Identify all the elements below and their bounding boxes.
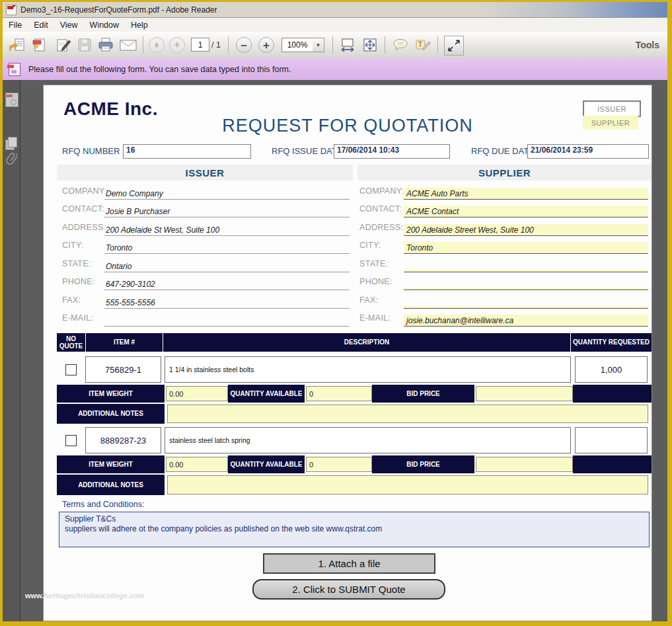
attach-file-button[interactable]: 1. Attach a file xyxy=(263,553,435,574)
print-button[interactable] xyxy=(96,36,115,54)
menu-help[interactable]: Help xyxy=(125,19,154,31)
previous-page-button[interactable] xyxy=(147,36,166,54)
additional-notes-input[interactable] xyxy=(167,405,648,423)
supplier-phone-input[interactable] xyxy=(404,288,648,290)
field-label: CONTACT: xyxy=(62,204,104,214)
issuer-section-header: ISSUER xyxy=(57,165,353,180)
supplier-address-input[interactable]: 200 Adelaide Street West, Suite 100 xyxy=(404,224,648,236)
page-thumbnails-icon[interactable] xyxy=(5,93,19,107)
item-number-input[interactable]: 8889287-23 xyxy=(85,427,161,453)
field-label: PHONE: xyxy=(359,277,404,286)
menu-window[interactable]: Window xyxy=(84,19,125,31)
pdf-file-icon xyxy=(6,5,17,15)
email-button[interactable] xyxy=(119,36,137,54)
zoom-in-button[interactable]: + xyxy=(257,36,276,54)
supplier-city-input[interactable]: Toronto xyxy=(404,242,648,254)
item-weight-input[interactable]: 0.00 xyxy=(166,457,228,472)
watermark-rest: heritagechristiancollege.com xyxy=(44,592,144,600)
column-header-description: DESCRIPTION xyxy=(163,333,570,352)
open-icon xyxy=(9,38,25,52)
document-area: ACME Inc. REQUEST FOR QUOTATION ISSUER S… xyxy=(3,80,667,621)
issuer-contact-input[interactable]: Josie B Purchaser xyxy=(104,206,350,217)
supplier-address-row: ADDRESS:200 Adelaide Street West, Suite … xyxy=(359,219,648,236)
issuer-address-input[interactable]: 200 Adelaide St West, Suite 100 xyxy=(104,224,350,236)
page-total-label: / 1 xyxy=(211,40,221,50)
rfq-due-date-input[interactable]: 21/06/2014 23:59 xyxy=(527,144,649,159)
bid-price-input[interactable] xyxy=(476,457,573,472)
zoom-level-input[interactable] xyxy=(281,38,313,52)
field-label: COMPANY: xyxy=(359,186,404,196)
open-button[interactable] xyxy=(8,36,26,54)
supplier-contact-row: CONTACT:ACME Contact xyxy=(359,200,648,217)
item-description-input[interactable]: 1 1/4 in stainless steel bolts xyxy=(165,356,571,383)
description-text: 1 1/4 in stainless steel bolts xyxy=(165,366,254,373)
paperclip-icon[interactable] xyxy=(5,149,17,163)
fit-page-button[interactable] xyxy=(361,36,379,54)
page-number-input[interactable] xyxy=(191,38,209,52)
supplier-company-input[interactable]: ACME Auto Parts xyxy=(404,188,648,200)
bid-price-input[interactable] xyxy=(476,386,573,401)
rfq-issue-date-input[interactable]: 17/06/2014 10:43 xyxy=(334,144,450,159)
issuer-phone-input[interactable]: 647-290-3102 xyxy=(104,278,350,290)
window-title: Demo3_-16-RequestForQuoteForm.pdf - Adob… xyxy=(20,5,217,15)
quantity-available-label: QUANTITY AVAILABLE xyxy=(228,455,305,473)
field-label: FAX: xyxy=(62,295,104,305)
menu-file[interactable]: File xyxy=(3,19,28,31)
item-description-input[interactable]: stainless steel latch spring xyxy=(165,427,571,453)
item-number-input[interactable]: 756829-1 xyxy=(85,356,161,383)
fit-page-icon xyxy=(363,38,377,52)
title-bar[interactable]: Demo3_-16-RequestForQuoteForm.pdf - Adob… xyxy=(3,2,667,18)
pages-icon[interactable] xyxy=(5,137,17,150)
quantity-requested-input[interactable]: 1,000 xyxy=(575,356,648,383)
menu-edit[interactable]: Edit xyxy=(28,19,54,31)
supplier-fax-input[interactable] xyxy=(404,306,648,309)
quantity-available-label: QUANTITY AVAILABLE xyxy=(228,385,305,403)
item-weight-label: ITEM WEIGHT xyxy=(57,385,165,403)
issuer-state-input[interactable]: Ontario xyxy=(104,260,350,272)
terms-label: Terms and Conditions: xyxy=(62,500,144,509)
item-weight-input[interactable]: 0.00 xyxy=(166,386,228,401)
supplier-state-row: STATE: xyxy=(359,255,648,272)
form-title: REQUEST FOR QUOTATION xyxy=(44,116,652,136)
no-quote-checkbox[interactable] xyxy=(65,435,77,446)
supplier-phone-row: PHONE: xyxy=(359,273,648,290)
highlight-text-button[interactable]: T xyxy=(414,36,432,54)
page-down-icon xyxy=(169,37,185,53)
chevron-down-icon: ▼ xyxy=(316,42,321,48)
quantity-available-input[interactable]: 0 xyxy=(306,457,372,472)
comment-button[interactable] xyxy=(391,36,410,54)
quantity-requested-input[interactable] xyxy=(575,427,648,453)
email-icon xyxy=(120,38,137,52)
terms-text-box: Supplier T&Cs suppliers will adhere ot t… xyxy=(59,512,650,547)
additional-notes-input[interactable] xyxy=(167,475,648,494)
submit-quote-button[interactable]: 2. Click to SUBMIT Quote xyxy=(252,579,445,600)
quantity-available-input[interactable]: 0 xyxy=(306,386,372,401)
sign-button[interactable] xyxy=(54,36,73,54)
issuer-company-row: COMPANY:Demo Company xyxy=(62,182,350,200)
create-pdf-button[interactable] xyxy=(30,36,49,54)
supplier-city-row: CITY:Toronto xyxy=(359,237,648,254)
issuer-company-input[interactable]: Demo Company xyxy=(104,188,350,200)
supplier-company-row: COMPANY:ACME Auto Parts xyxy=(359,182,648,200)
save-button[interactable] xyxy=(75,36,94,54)
supplier-state-input[interactable] xyxy=(404,270,648,272)
supplier-email-input[interactable]: josie.buchanan@intelliware.ca xyxy=(404,315,648,327)
issuer-fax-input[interactable]: 555-555-5556 xyxy=(104,297,350,309)
issuer-role-button[interactable]: ISSUER xyxy=(583,100,641,117)
fullscreen-button[interactable] xyxy=(444,36,464,56)
fit-width-button[interactable] xyxy=(338,36,357,54)
issuer-city-input[interactable]: Toronto xyxy=(104,242,350,254)
menu-view[interactable]: View xyxy=(54,19,84,31)
tools-button[interactable]: Tools xyxy=(636,40,659,50)
no-quote-checkbox[interactable] xyxy=(65,364,77,375)
issuer-email-input[interactable] xyxy=(104,324,350,327)
rfq-number-input[interactable]: 16 xyxy=(123,144,251,159)
watermark-prefix: www. xyxy=(25,592,44,600)
supplier-role-button[interactable]: SUPPLIER xyxy=(583,116,638,130)
zoom-dropdown-button[interactable]: ▼ xyxy=(313,38,324,52)
issuer-fax-row: FAX:555-555-5556 xyxy=(62,292,350,309)
zoom-out-button[interactable]: – xyxy=(235,36,253,54)
terms-line1: Supplier T&Cs xyxy=(65,514,644,524)
next-page-button[interactable] xyxy=(168,36,186,54)
supplier-contact-input[interactable]: ACME Contact xyxy=(404,206,648,217)
